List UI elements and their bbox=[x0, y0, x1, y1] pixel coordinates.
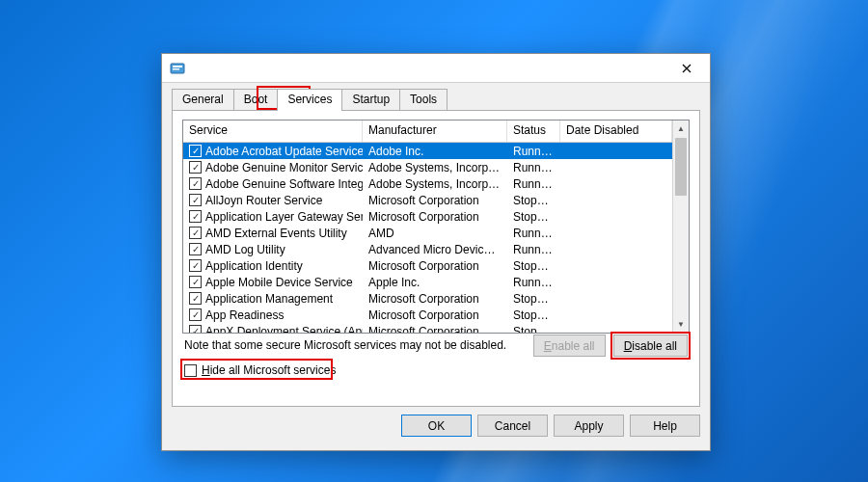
scrollbar[interactable]: ▲ ▼ bbox=[672, 120, 689, 333]
status: Running bbox=[507, 161, 560, 174]
service-name: AllJoyn Router Service bbox=[205, 194, 322, 207]
enable-all-button[interactable]: Enable all bbox=[533, 335, 606, 357]
status: Running bbox=[507, 276, 560, 289]
column-date-disabled[interactable]: Date Disabled bbox=[560, 120, 672, 142]
service-name: Apple Mobile Device Service bbox=[205, 276, 353, 289]
manufacturer: Adobe Systems, Incorpora... bbox=[363, 177, 507, 191]
manufacturer: Adobe Systems, Incorpora... bbox=[363, 161, 507, 174]
service-name: AMD Log Utility bbox=[205, 243, 285, 256]
tab-tools[interactable]: Tools bbox=[399, 89, 448, 110]
status: Running bbox=[507, 145, 560, 158]
status: Running bbox=[507, 227, 560, 240]
disable-all-button[interactable]: Disable all bbox=[613, 335, 688, 357]
list-header: Service Manufacturer Status Date Disable… bbox=[183, 120, 672, 143]
service-name: Application Layer Gateway Service bbox=[205, 210, 363, 224]
row-checkbox[interactable]: ✓ bbox=[189, 227, 202, 239]
tab-boot[interactable]: Boot bbox=[233, 89, 279, 110]
status: Running bbox=[507, 177, 560, 191]
hide-microsoft-checkbox[interactable] bbox=[184, 364, 197, 377]
status: Running bbox=[507, 243, 560, 256]
table-row[interactable]: ✓Application Layer Gateway ServiceMicros… bbox=[183, 208, 672, 225]
table-row[interactable]: ✓Application ManagementMicrosoft Corpora… bbox=[183, 290, 672, 307]
status: Stopped bbox=[507, 194, 560, 207]
row-checkbox[interactable]: ✓ bbox=[189, 276, 202, 288]
column-status[interactable]: Status bbox=[507, 120, 560, 142]
table-row[interactable]: ✓Adobe Genuine Monitor ServiceAdobe Syst… bbox=[183, 159, 672, 175]
manufacturer: Apple Inc. bbox=[363, 276, 507, 289]
hide-microsoft-label: Hide all Microsoft services bbox=[202, 363, 336, 377]
status: Stopped bbox=[507, 308, 560, 322]
svg-rect-2 bbox=[173, 68, 179, 70]
scroll-up-icon[interactable]: ▲ bbox=[673, 120, 689, 137]
row-checkbox[interactable]: ✓ bbox=[189, 161, 202, 174]
close-icon bbox=[682, 64, 692, 73]
help-button[interactable]: Help bbox=[630, 415, 700, 437]
column-service[interactable]: Service bbox=[183, 120, 363, 142]
service-name: Application Management bbox=[205, 292, 333, 306]
services-panel: Service Manufacturer Status Date Disable… bbox=[172, 110, 700, 407]
table-row[interactable]: ✓AMD External Events UtilityAMDRunning bbox=[183, 225, 672, 241]
status: Stopped bbox=[507, 325, 560, 334]
cancel-button[interactable]: Cancel bbox=[477, 415, 548, 437]
service-name: Application Identity bbox=[205, 259, 303, 273]
row-checkbox[interactable]: ✓ bbox=[189, 325, 202, 333]
service-name: Adobe Genuine Software Integri... bbox=[205, 177, 363, 191]
manufacturer: Microsoft Corporation bbox=[363, 325, 507, 334]
tab-services[interactable]: Services bbox=[277, 89, 342, 111]
scroll-thumb[interactable] bbox=[675, 138, 687, 196]
table-row[interactable]: ✓Adobe Genuine Software Integri...Adobe … bbox=[183, 175, 672, 192]
msconfig-dialog: General Boot Services Startup Tools Serv… bbox=[161, 53, 711, 451]
manufacturer: Microsoft Corporation bbox=[363, 259, 507, 273]
ok-button[interactable]: OK bbox=[401, 415, 472, 437]
table-row[interactable]: ✓Adobe Acrobat Update ServiceAdobe Inc.R… bbox=[183, 143, 672, 159]
tab-startup[interactable]: Startup bbox=[341, 89, 400, 110]
titlebar bbox=[162, 54, 710, 83]
manufacturer: Microsoft Corporation bbox=[363, 292, 507, 306]
table-row[interactable]: ✓App ReadinessMicrosoft CorporationStopp… bbox=[183, 307, 672, 323]
manufacturer: Advanced Micro Devices, I... bbox=[363, 243, 507, 256]
scroll-down-icon[interactable]: ▼ bbox=[673, 316, 689, 333]
note-text: Note that some secure Microsoft services… bbox=[184, 338, 506, 352]
table-row[interactable]: ✓Apple Mobile Device ServiceApple Inc.Ru… bbox=[183, 274, 672, 290]
row-checkbox[interactable]: ✓ bbox=[189, 210, 202, 223]
row-checkbox[interactable]: ✓ bbox=[189, 259, 202, 272]
row-checkbox[interactable]: ✓ bbox=[189, 145, 202, 157]
service-name: Adobe Genuine Monitor Service bbox=[205, 161, 363, 174]
row-checkbox[interactable]: ✓ bbox=[189, 308, 202, 321]
column-manufacturer[interactable]: Manufacturer bbox=[363, 120, 507, 142]
service-name: App Readiness bbox=[205, 308, 284, 322]
manufacturer: Microsoft Corporation bbox=[363, 308, 507, 322]
status: Stopped bbox=[507, 292, 560, 306]
app-icon bbox=[170, 61, 185, 76]
tab-general[interactable]: General bbox=[172, 89, 234, 110]
service-name: AppX Deployment Service (AppX... bbox=[205, 325, 363, 334]
manufacturer: Adobe Inc. bbox=[363, 145, 507, 158]
manufacturer: AMD bbox=[363, 227, 507, 240]
manufacturer: Microsoft Corporation bbox=[363, 210, 507, 224]
tab-strip: General Boot Services Startup Tools bbox=[162, 83, 710, 110]
service-name: Adobe Acrobat Update Service bbox=[205, 145, 363, 158]
services-list[interactable]: Service Manufacturer Status Date Disable… bbox=[182, 120, 690, 334]
service-name: AMD External Events Utility bbox=[205, 227, 347, 240]
row-checkbox[interactable]: ✓ bbox=[189, 177, 202, 190]
status: Stopped bbox=[507, 210, 560, 224]
apply-button[interactable]: Apply bbox=[554, 415, 624, 437]
manufacturer: Microsoft Corporation bbox=[363, 194, 507, 207]
close-button[interactable] bbox=[667, 55, 706, 82]
status: Stopped bbox=[507, 259, 560, 273]
table-row[interactable]: ✓AllJoyn Router ServiceMicrosoft Corpora… bbox=[183, 192, 672, 208]
row-checkbox[interactable]: ✓ bbox=[189, 243, 202, 255]
row-checkbox[interactable]: ✓ bbox=[189, 194, 202, 206]
row-checkbox[interactable]: ✓ bbox=[189, 292, 202, 305]
table-row[interactable]: ✓Application IdentityMicrosoft Corporati… bbox=[183, 257, 672, 274]
dialog-buttons: OK Cancel Apply Help bbox=[162, 415, 710, 446]
table-row[interactable]: ✓AppX Deployment Service (AppX...Microso… bbox=[183, 323, 672, 333]
svg-rect-1 bbox=[173, 66, 182, 67]
table-row[interactable]: ✓AMD Log UtilityAdvanced Micro Devices, … bbox=[183, 241, 672, 257]
